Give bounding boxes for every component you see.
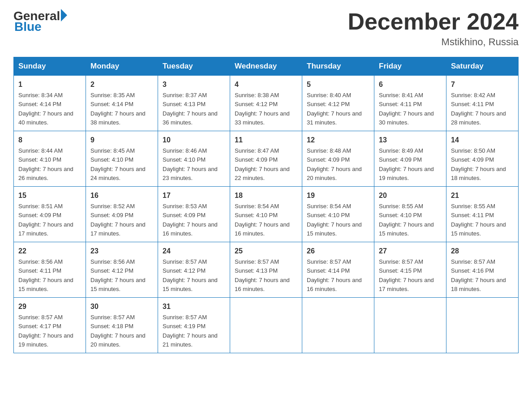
location: Mstikhino, Russia: [348, 36, 519, 48]
day-cell: 27 Sunrise: 8:57 AMSunset: 4:15 PMDaylig…: [374, 242, 446, 298]
day-number: 6: [379, 79, 442, 90]
logo: General Blue: [13, 9, 67, 34]
day-cell: 29 Sunrise: 8:57 AMSunset: 4:17 PMDaylig…: [14, 298, 86, 353]
day-info: Sunrise: 8:46 AMSunset: 4:10 PMDaylight:…: [163, 147, 218, 181]
week-row-2: 8 Sunrise: 8:44 AMSunset: 4:10 PMDayligh…: [14, 131, 519, 187]
page-header: General Blue December 2024 Mstikhino, Ru…: [13, 9, 519, 48]
day-number: 5: [307, 79, 369, 90]
day-cell: 4 Sunrise: 8:38 AMSunset: 4:12 PMDayligh…: [230, 76, 302, 131]
day-info: Sunrise: 8:50 AMSunset: 4:09 PMDaylight:…: [451, 147, 506, 181]
day-cell: 13 Sunrise: 8:49 AMSunset: 4:09 PMDaylig…: [374, 131, 446, 187]
day-cell: 6 Sunrise: 8:41 AMSunset: 4:11 PMDayligh…: [374, 76, 446, 131]
day-number: 21: [451, 190, 514, 201]
weekday-header-row: SundayMondayTuesdayWednesdayThursdayFrid…: [14, 57, 519, 76]
day-info: Sunrise: 8:41 AMSunset: 4:11 PMDaylight:…: [379, 92, 434, 126]
day-number: 17: [163, 190, 225, 201]
month-title: December 2024: [348, 9, 519, 34]
logo-arrow-icon: [61, 9, 67, 21]
day-info: Sunrise: 8:54 AMSunset: 4:10 PMDaylight:…: [235, 203, 290, 237]
day-info: Sunrise: 8:56 AMSunset: 4:12 PMDaylight:…: [90, 258, 146, 292]
day-info: Sunrise: 8:57 AMSunset: 4:17 PMDaylight:…: [18, 314, 73, 348]
day-cell: 30 Sunrise: 8:57 AMSunset: 4:18 PMDaylig…: [86, 298, 158, 353]
day-number: 7: [451, 79, 514, 90]
day-cell: 23 Sunrise: 8:56 AMSunset: 4:12 PMDaylig…: [86, 242, 158, 298]
day-number: 23: [90, 246, 153, 257]
day-info: Sunrise: 8:42 AMSunset: 4:11 PMDaylight:…: [451, 92, 506, 126]
day-number: 29: [18, 301, 81, 312]
day-info: Sunrise: 8:54 AMSunset: 4:10 PMDaylight:…: [307, 203, 362, 237]
day-number: 10: [163, 135, 225, 146]
day-info: Sunrise: 8:57 AMSunset: 4:15 PMDaylight:…: [379, 258, 434, 292]
day-number: 1: [18, 79, 81, 90]
day-cell: 26 Sunrise: 8:57 AMSunset: 4:14 PMDaylig…: [302, 242, 374, 298]
day-cell: 12 Sunrise: 8:48 AMSunset: 4:09 PMDaylig…: [302, 131, 374, 187]
day-cell: 10 Sunrise: 8:46 AMSunset: 4:10 PMDaylig…: [158, 131, 230, 187]
day-info: Sunrise: 8:51 AMSunset: 4:09 PMDaylight:…: [18, 203, 73, 237]
week-row-4: 22 Sunrise: 8:56 AMSunset: 4:11 PMDaylig…: [14, 242, 519, 298]
day-number: 8: [18, 135, 81, 146]
day-info: Sunrise: 8:55 AMSunset: 4:10 PMDaylight:…: [379, 203, 434, 237]
day-cell: 3 Sunrise: 8:37 AMSunset: 4:13 PMDayligh…: [158, 76, 230, 131]
day-cell: 22 Sunrise: 8:56 AMSunset: 4:11 PMDaylig…: [14, 242, 86, 298]
day-cell: 8 Sunrise: 8:44 AMSunset: 4:10 PMDayligh…: [14, 131, 86, 187]
day-cell: 24 Sunrise: 8:57 AMSunset: 4:12 PMDaylig…: [158, 242, 230, 298]
day-cell: 21 Sunrise: 8:55 AMSunset: 4:11 PMDaylig…: [446, 187, 519, 242]
day-number: 27: [379, 246, 442, 257]
day-number: 31: [163, 301, 225, 312]
day-cell: 5 Sunrise: 8:40 AMSunset: 4:12 PMDayligh…: [302, 76, 374, 131]
day-number: 26: [307, 246, 369, 257]
day-cell: 16 Sunrise: 8:52 AMSunset: 4:09 PMDaylig…: [86, 187, 158, 242]
day-number: 2: [90, 79, 153, 90]
weekday-header-friday: Friday: [374, 57, 446, 76]
day-info: Sunrise: 8:35 AMSunset: 4:14 PMDaylight:…: [90, 92, 146, 126]
weekday-header-wednesday: Wednesday: [230, 57, 302, 76]
day-info: Sunrise: 8:37 AMSunset: 4:13 PMDaylight:…: [163, 92, 218, 126]
day-cell: [230, 298, 302, 353]
day-cell: 31 Sunrise: 8:57 AMSunset: 4:19 PMDaylig…: [158, 298, 230, 353]
day-number: 25: [235, 246, 297, 257]
day-number: 3: [163, 79, 225, 90]
day-cell: [446, 298, 519, 353]
weekday-header-sunday: Sunday: [14, 57, 86, 76]
day-cell: 7 Sunrise: 8:42 AMSunset: 4:11 PMDayligh…: [446, 76, 519, 131]
day-cell: 17 Sunrise: 8:53 AMSunset: 4:09 PMDaylig…: [158, 187, 230, 242]
day-cell: 25 Sunrise: 8:57 AMSunset: 4:13 PMDaylig…: [230, 242, 302, 298]
day-number: 22: [18, 246, 81, 257]
weekday-header-thursday: Thursday: [302, 57, 374, 76]
day-info: Sunrise: 8:38 AMSunset: 4:12 PMDaylight:…: [235, 92, 290, 126]
weekday-header-saturday: Saturday: [446, 57, 519, 76]
day-cell: 11 Sunrise: 8:47 AMSunset: 4:09 PMDaylig…: [230, 131, 302, 187]
day-number: 18: [235, 190, 297, 201]
day-cell: 14 Sunrise: 8:50 AMSunset: 4:09 PMDaylig…: [446, 131, 519, 187]
day-number: 24: [163, 246, 225, 257]
day-number: 11: [235, 135, 297, 146]
day-info: Sunrise: 8:34 AMSunset: 4:14 PMDaylight:…: [18, 92, 73, 126]
title-block: December 2024 Mstikhino, Russia: [348, 9, 519, 48]
day-number: 4: [235, 79, 297, 90]
day-cell: 19 Sunrise: 8:54 AMSunset: 4:10 PMDaylig…: [302, 187, 374, 242]
day-info: Sunrise: 8:57 AMSunset: 4:16 PMDaylight:…: [451, 258, 506, 292]
week-row-1: 1 Sunrise: 8:34 AMSunset: 4:14 PMDayligh…: [14, 76, 519, 131]
day-cell: 2 Sunrise: 8:35 AMSunset: 4:14 PMDayligh…: [86, 76, 158, 131]
day-info: Sunrise: 8:40 AMSunset: 4:12 PMDaylight:…: [307, 92, 362, 126]
day-cell: 15 Sunrise: 8:51 AMSunset: 4:09 PMDaylig…: [14, 187, 86, 242]
day-cell: [374, 298, 446, 353]
week-row-5: 29 Sunrise: 8:57 AMSunset: 4:17 PMDaylig…: [14, 298, 519, 353]
logo-blue-text: Blue: [14, 20, 42, 34]
day-info: Sunrise: 8:53 AMSunset: 4:09 PMDaylight:…: [163, 203, 218, 237]
day-info: Sunrise: 8:55 AMSunset: 4:11 PMDaylight:…: [451, 203, 506, 237]
day-info: Sunrise: 8:47 AMSunset: 4:09 PMDaylight:…: [235, 147, 290, 181]
day-info: Sunrise: 8:44 AMSunset: 4:10 PMDaylight:…: [18, 147, 73, 181]
day-cell: 28 Sunrise: 8:57 AMSunset: 4:16 PMDaylig…: [446, 242, 519, 298]
day-cell: 18 Sunrise: 8:54 AMSunset: 4:10 PMDaylig…: [230, 187, 302, 242]
day-number: 19: [307, 190, 369, 201]
day-number: 14: [451, 135, 514, 146]
day-info: Sunrise: 8:48 AMSunset: 4:09 PMDaylight:…: [307, 147, 362, 181]
day-info: Sunrise: 8:57 AMSunset: 4:19 PMDaylight:…: [163, 314, 218, 348]
weekday-header-monday: Monday: [86, 57, 158, 76]
day-cell: 9 Sunrise: 8:45 AMSunset: 4:10 PMDayligh…: [86, 131, 158, 187]
day-cell: [302, 298, 374, 353]
day-info: Sunrise: 8:49 AMSunset: 4:09 PMDaylight:…: [379, 147, 434, 181]
day-cell: 1 Sunrise: 8:34 AMSunset: 4:14 PMDayligh…: [14, 76, 86, 131]
day-number: 20: [379, 190, 442, 201]
